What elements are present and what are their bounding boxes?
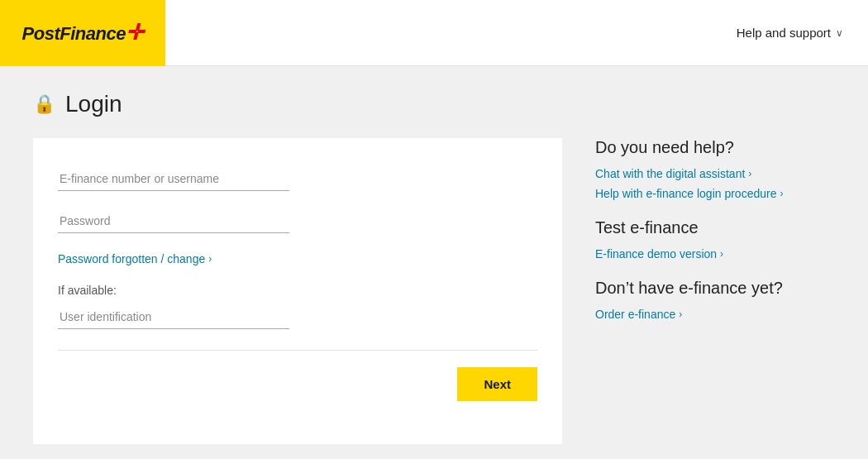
chevron-right-icon: › [208,253,212,265]
page-title: Login [65,91,122,117]
logo-text: PostFinance✛ [22,20,144,45]
forgot-password-link[interactable]: Password forgotten / change › [58,252,212,265]
chevron-right-icon: › [780,188,783,199]
content-grid: Password forgotten / change › If availab… [33,138,835,444]
page-title-row: 🔒 Login [33,91,835,117]
if-available-label: If available: [58,284,537,297]
username-group [58,167,537,191]
logo-cross-icon: ✛ [126,20,144,45]
lock-icon: 🔒 [33,93,55,115]
chat-assistant-link[interactable]: Chat with the digital assistant › [595,167,835,180]
user-id-group [58,305,537,329]
username-input[interactable] [58,167,289,191]
header: PostFinance✛ Help and support ∨ [0,0,868,66]
test-efinance-title: Test e-finance [595,218,835,237]
help-support-menu[interactable]: Help and support ∨ [737,26,843,40]
help-support-label: Help and support [737,26,831,40]
main-content: 🔒 Login Password forgotten / change › If… [0,66,868,459]
divider [58,350,537,351]
test-section: Test e-finance E-finance demo version › [595,218,835,261]
no-efinance-title: Don’t have e-finance yet? [595,279,835,298]
order-efinance-link[interactable]: Order e-finance › [595,308,835,321]
chevron-down-icon: ∨ [836,27,843,39]
chevron-right-icon: › [720,248,723,260]
login-help-link[interactable]: Help with e-finance login procedure › [595,187,835,200]
next-button[interactable]: Next [457,367,537,401]
need-help-title: Do you need help? [595,138,835,157]
help-panel: Do you need help? Chat with the digital … [595,138,835,444]
chevron-right-icon: › [748,168,751,179]
user-identification-input[interactable] [58,305,289,329]
demo-link[interactable]: E-finance demo version › [595,247,835,261]
no-efinance-section: Don’t have e-finance yet? Order e-financ… [595,279,835,321]
password-input[interactable] [58,209,289,233]
login-panel: Password forgotten / change › If availab… [33,138,562,444]
password-group [58,209,537,233]
chevron-right-icon: › [679,308,682,320]
forgot-password-group: Password forgotten / change › [58,251,537,265]
logo[interactable]: PostFinance✛ [0,0,165,66]
